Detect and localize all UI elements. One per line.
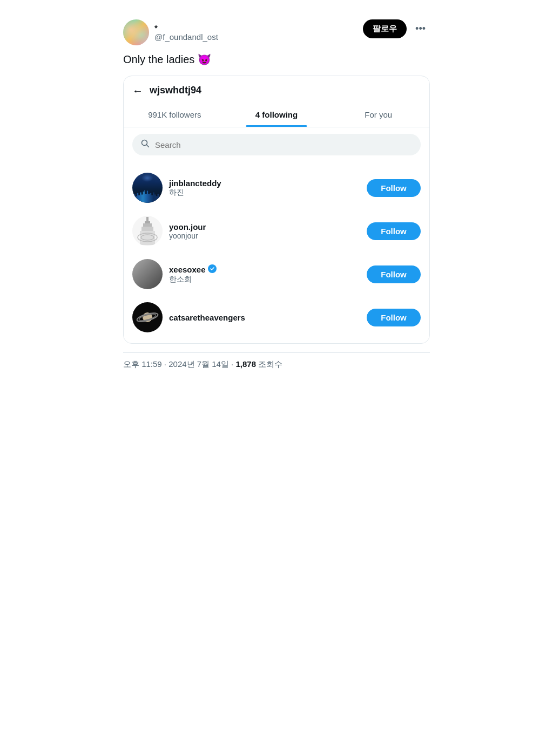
verified-icon <box>208 264 217 275</box>
user-row-info-catsaretheavengers: catsaretheavengers <box>169 313 360 322</box>
search-box[interactable] <box>132 134 421 155</box>
tweet-footer: 오후 11:59 · 2024년 7월 14일 · 1,878 조회수 <box>123 352 430 376</box>
follow-button-xeesoxee[interactable]: Follow <box>367 265 421 283</box>
tab-followers[interactable]: 991K followers <box>124 103 226 127</box>
user-handle-xeesoxee: 한소희 <box>169 275 360 284</box>
list-item: catsaretheavengers Follow <box>124 296 429 339</box>
avatar-xeesoxee[interactable] <box>132 259 163 289</box>
user-display-name-yoonjour: yoon.jour <box>169 222 360 231</box>
card-header: ← wjswhdtj94 <box>124 76 429 96</box>
list-item: yoon.jour yoonjour Follow <box>124 209 429 253</box>
avatar[interactable] <box>123 19 149 45</box>
avatar-jinblancteddy[interactable] <box>132 173 163 203</box>
tab-followers-label: 991K followers <box>148 110 201 119</box>
tweet-timestamp: 오후 11:59 · 2024년 7월 14일 · <box>123 359 235 369</box>
follow-button-catsaretheavengers[interactable]: Follow <box>367 309 421 326</box>
tab-foryou-label: For you <box>365 110 392 119</box>
header-actions: 팔로우 ••• <box>363 19 430 38</box>
tab-following[interactable]: 4 following <box>226 103 328 127</box>
user-list: jinblancteddy 하진 Follow <box>124 162 429 343</box>
avatar-catsaretheavengers[interactable] <box>132 302 163 332</box>
avatar-image <box>123 19 149 45</box>
tab-foryou[interactable]: For you <box>327 103 429 127</box>
svg-line-1 <box>147 145 149 147</box>
follow-button-jinblancteddy[interactable]: Follow <box>367 179 421 197</box>
avatar-yoonjour[interactable] <box>132 216 163 246</box>
svg-rect-3 <box>145 221 150 223</box>
tweet-container: * @f_oundandl_ost 팔로우 ••• Only the ladie… <box>114 11 439 376</box>
tweet-views-count: 1,878 <box>235 359 256 369</box>
display-name: * <box>154 23 218 32</box>
avatar-image-catsaretheavengers <box>132 302 163 332</box>
svg-rect-4 <box>143 223 152 227</box>
list-item: jinblancteddy 하진 Follow <box>124 166 429 209</box>
card-title: wjswhdtj94 <box>150 85 201 96</box>
avatar-image-yoonjour <box>132 216 163 246</box>
avatar-image-xeesoxee <box>132 259 163 289</box>
back-icon: ← <box>132 85 143 97</box>
tweet-text: Only the ladies 😈 <box>123 52 430 67</box>
user-display-name-catsaretheavengers: catsaretheavengers <box>169 313 360 322</box>
back-button[interactable]: ← <box>132 85 143 96</box>
tweet-header: * @f_oundandl_ost 팔로우 ••• <box>123 19 430 45</box>
tab-following-label: 4 following <box>255 110 298 119</box>
svg-rect-5 <box>141 227 153 231</box>
user-display-name-jinblancteddy: jinblancteddy <box>169 179 360 188</box>
list-item: xeesoxee 한소희 Follow <box>124 253 429 296</box>
user-display-name-xeesoxee: xeesoxee <box>169 264 360 275</box>
search-icon <box>141 139 150 150</box>
user-row-info-yoonjour: yoon.jour yoonjour <box>169 222 360 240</box>
tweet-views-label: 조회수 <box>258 359 282 369</box>
user-handle-yoonjour: yoonjour <box>169 231 360 240</box>
search-input[interactable] <box>155 140 412 149</box>
tweet-header-left: * @f_oundandl_ost <box>123 19 218 45</box>
follow-main-button[interactable]: 팔로우 <box>363 19 407 38</box>
more-icon: ••• <box>415 23 426 35</box>
svg-rect-2 <box>146 217 149 221</box>
user-row-info-jinblancteddy: jinblancteddy 하진 <box>169 179 360 197</box>
following-card: ← wjswhdtj94 991K followers 4 following … <box>123 76 430 344</box>
user-info: * @f_oundandl_ost <box>154 23 218 42</box>
avatar-image-jinblancteddy <box>132 173 163 203</box>
tabs: 991K followers 4 following For you <box>124 103 429 127</box>
username: @f_oundandl_ost <box>154 32 218 42</box>
user-handle-jinblancteddy: 하진 <box>169 188 360 197</box>
follow-button-yoonjour[interactable]: Follow <box>367 222 421 240</box>
more-button[interactable]: ••• <box>411 21 430 37</box>
user-row-info-xeesoxee: xeesoxee 한소희 <box>169 264 360 284</box>
